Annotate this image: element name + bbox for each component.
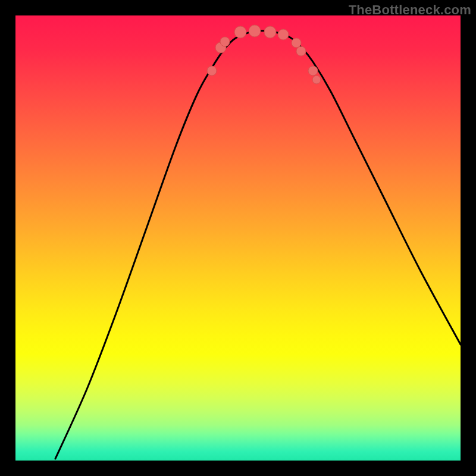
curve-markers [207,25,321,84]
curve-marker [264,26,276,38]
curve-marker [312,76,321,84]
curve-marker [292,38,301,48]
chart-frame: TheBottleneck.com [0,0,476,476]
chart-svg [15,15,461,461]
chart-plot-area [15,15,461,461]
bottleneck-curve [55,31,461,459]
curve-marker [296,46,306,56]
curve-marker [249,25,261,37]
curve-marker [207,66,217,76]
curve-marker [220,37,230,46]
curve-marker [308,66,318,76]
curve-marker [234,26,246,38]
watermark-text: TheBottleneck.com [349,2,471,18]
curve-marker [278,29,289,40]
